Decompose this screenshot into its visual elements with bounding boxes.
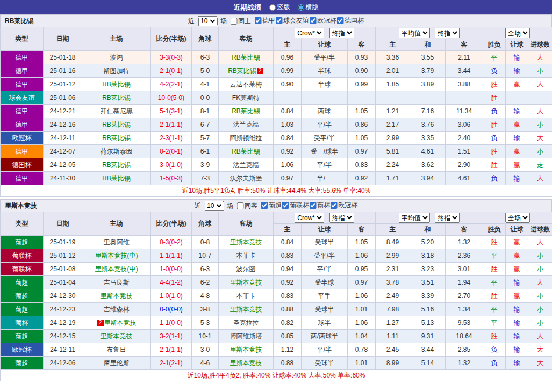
league-filter-checkbox[interactable]: 德国杯 [336, 16, 364, 25]
league-checkbox-input[interactable] [282, 202, 289, 209]
league-filter-checkbox[interactable]: 葡超 [261, 201, 282, 210]
home-team-cell[interactable]: 拜仁慕尼黑 [82, 105, 151, 118]
match-score[interactable]: 1-5(0-3) [151, 172, 192, 185]
away-team-cell[interactable]: 波尔图 [219, 263, 274, 276]
league-checkbox-input[interactable] [309, 17, 316, 24]
league-filter-checkbox[interactable]: 葡联杯 [282, 201, 309, 210]
team-link[interactable]: 法兰克福 [233, 161, 259, 169]
match-score[interactable]: 2-1(1-1) [151, 118, 192, 132]
euro-company-select[interactable]: 平均值 [399, 213, 430, 223]
same-venue-input[interactable] [230, 18, 237, 25]
match-score[interactable]: 3-2(1-1) [151, 330, 192, 343]
team-link[interactable]: 博阿维斯塔 [230, 332, 262, 340]
away-team-cell[interactable]: 里斯本竞技 [219, 357, 274, 370]
team-link[interactable]: RB莱比锡 [232, 148, 260, 155]
home-team-cell[interactable]: 里斯本竞技 [82, 289, 151, 303]
team-link[interactable]: 里斯本竞技 [230, 359, 262, 367]
euro-company-select[interactable]: 平均值 [399, 28, 430, 38]
team-link[interactable]: 里斯本竞技 [230, 346, 262, 353]
league-filter-checkbox[interactable]: 球会友谊 [275, 16, 309, 25]
team-link[interactable]: RB莱比锡 [228, 67, 256, 75]
scope-select[interactable]: 全场 [505, 28, 530, 38]
away-team-cell[interactable]: FK莫斯特 [219, 91, 274, 105]
team-link[interactable]: FK莫斯特 [232, 94, 260, 101]
league-checkbox-input[interactable] [330, 202, 337, 209]
team-link[interactable]: 里斯本竞技 [230, 279, 262, 286]
match-score[interactable]: 0-0(0-0) [151, 303, 192, 316]
away-team-cell[interactable]: RB莱比锡 [219, 145, 274, 158]
team-link[interactable]: 吉马良斯 [104, 279, 130, 286]
layout-radio-horizontal[interactable]: 横版 [298, 3, 319, 12]
home-team-cell[interactable]: 里奥阿维 [82, 236, 151, 249]
match-score[interactable]: 1-1(0-0) [151, 316, 192, 330]
match-score[interactable]: 2-3(1-1) [151, 132, 192, 145]
home-team-cell[interactable]: 里斯本竞技(中) [82, 249, 151, 263]
team-link[interactable]: 里斯本竞技(中) [95, 252, 138, 259]
team-link[interactable]: RB莱比锡 [232, 54, 260, 61]
league-filter-checkbox[interactable]: 欧冠杯 [330, 201, 357, 210]
away-team-cell[interactable]: 里斯本竞技 [219, 276, 274, 289]
games-count-select[interactable]: 10 [204, 201, 224, 211]
scope-select[interactable]: 全场 [505, 213, 530, 223]
layout-radio-vertical[interactable]: 竖版 [269, 3, 290, 12]
team-link[interactable]: 阿斯顿维拉 [230, 134, 262, 142]
team-link[interactable]: 布鲁日 [107, 346, 126, 353]
team-link[interactable]: 本菲卡 [236, 292, 256, 300]
home-team-cell[interactable]: 吉马良斯 [82, 276, 151, 289]
match-score[interactable]: 1-0(1-0) [151, 289, 192, 303]
away-team-cell[interactable]: RB莱比锡 [219, 105, 274, 118]
home-team-cell[interactable]: RB莱比锡 [82, 78, 151, 91]
away-team-cell[interactable]: 本菲卡 [219, 289, 274, 303]
match-score[interactable]: 10-0(5-0) [151, 91, 192, 105]
home-team-cell[interactable]: 布鲁日 [82, 343, 151, 357]
team-link[interactable]: 波鸿 [110, 54, 123, 61]
team-link[interactable]: 波尔图 [236, 265, 256, 273]
team-link[interactable]: RB莱比锡 [102, 121, 131, 128]
team-link[interactable]: 里斯本竞技 [230, 238, 262, 246]
home-team-cell[interactable]: 2里斯本竞技 [82, 316, 151, 330]
team-link[interactable]: RB莱比锡 [232, 107, 260, 115]
league-filter-checkbox[interactable]: 德甲 [254, 16, 275, 25]
home-team-cell[interactable]: 里斯本竞技(中) [82, 263, 151, 276]
team-link[interactable]: 荷尔斯泰因 [101, 148, 133, 155]
home-team-cell[interactable]: 斯图加特 [82, 64, 151, 78]
asian-company-select[interactable]: Crow* [295, 213, 324, 223]
team-link[interactable]: 斯图加特 [104, 67, 130, 75]
team-link[interactable]: 摩里伦斯 [104, 359, 130, 367]
league-checkbox-input[interactable] [254, 17, 261, 24]
away-team-cell[interactable]: 里斯本竞技 [219, 236, 274, 249]
same-venue-input[interactable] [236, 202, 243, 209]
team-link[interactable]: RB莱比锡 [102, 81, 131, 88]
team-link[interactable]: 里奥阿维 [104, 238, 130, 246]
team-link[interactable]: 里斯本竞技 [101, 332, 133, 340]
team-link[interactable]: 拜仁慕尼黑 [101, 107, 133, 115]
radio-vertical-input[interactable] [269, 4, 276, 11]
league-checkbox-input[interactable] [261, 202, 268, 209]
asian-company-select[interactable]: Crow* [295, 28, 324, 38]
match-score[interactable]: 4-2(2-1) [151, 78, 192, 91]
match-score[interactable]: 2-1(0-1) [151, 64, 192, 78]
home-team-cell[interactable]: 吉维森林 [82, 303, 151, 316]
home-team-cell[interactable]: 里斯本竞技 [82, 330, 151, 343]
asian-stage-select[interactable]: 终指 [329, 28, 354, 38]
home-team-cell[interactable]: RB莱比锡 [82, 158, 151, 172]
team-link[interactable]: RB莱比锡 [102, 175, 131, 182]
match-score[interactable]: 2-1(1-1) [151, 343, 192, 357]
match-score[interactable]: 2-1(2-1) [151, 357, 192, 370]
away-team-cell[interactable]: 云达不莱梅 [219, 78, 274, 91]
same-venue-checkbox[interactable]: 同客 [236, 201, 257, 210]
away-team-cell[interactable]: 本菲卡 [219, 249, 274, 263]
team-link[interactable]: 里斯本竞技(中) [95, 265, 138, 273]
league-checkbox-input[interactable] [275, 17, 282, 24]
away-team-cell[interactable]: 阿斯顿维拉 [219, 132, 274, 145]
team-link[interactable]: 圣克拉拉 [233, 319, 259, 326]
home-team-cell[interactable]: 波鸿 [82, 51, 151, 64]
match-score[interactable]: 3-0(1-0) [151, 158, 192, 172]
away-team-cell[interactable]: 里斯本竞技 [219, 343, 274, 357]
league-checkbox-input[interactable] [336, 17, 343, 24]
euro-stage-select[interactable]: 终指 [435, 28, 460, 38]
home-team-cell[interactable]: RB莱比锡 [82, 172, 151, 185]
radio-horizontal-input[interactable] [298, 4, 304, 11]
away-team-cell[interactable]: 法兰克福 [219, 118, 274, 132]
away-team-cell[interactable]: 法兰克福 [219, 158, 274, 172]
